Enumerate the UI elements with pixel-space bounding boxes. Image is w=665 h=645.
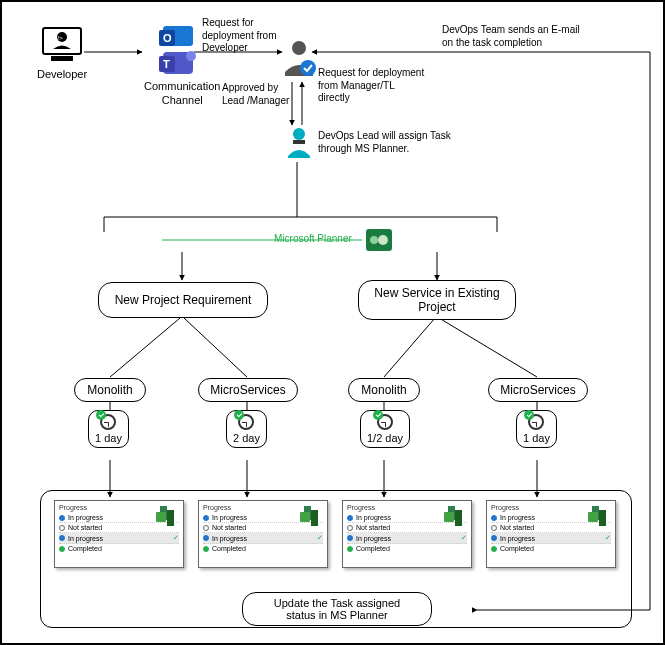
svg-point-10: [186, 51, 196, 61]
svg-point-16: [370, 236, 378, 244]
label-req-mgr: Request for deployment from Manager/TL d…: [318, 67, 424, 105]
node-new-service-text: New Service in Existing Project: [374, 286, 499, 314]
devops-lead-icon: [284, 126, 314, 160]
progress-card-1: Progress In progress Not started In prog…: [54, 500, 184, 568]
progress-opt: In progress: [500, 535, 535, 542]
node-monolith-2: Monolith: [348, 378, 420, 402]
progress-card-4: Progress In progress Not started In prog…: [486, 500, 616, 568]
progress-opt: In progress: [68, 514, 103, 521]
planner-icon: [300, 504, 324, 528]
progress-opt: In progress: [212, 535, 247, 542]
progress-opt: Not started: [68, 524, 102, 531]
progress-opt: Completed: [500, 545, 534, 552]
duration-4: 1 day: [516, 410, 557, 448]
svg-rect-14: [293, 140, 305, 144]
comm-channel-icon: O T: [157, 24, 207, 80]
progress-card-2: Progress In progress Not started In prog…: [198, 500, 328, 568]
label-email: DevOps Team sends an E-mail on the task …: [442, 24, 580, 49]
label-msplanner: Microsoft Planner: [274, 233, 352, 246]
progress-opt: In progress: [356, 514, 391, 521]
svg-text:</>: </>: [54, 35, 63, 41]
developer-icon: </>: [39, 22, 85, 68]
node-micro-2: MicroServices: [488, 378, 588, 402]
duration-3: 1/2 day: [360, 410, 410, 448]
duration-1-text: 1 day: [95, 432, 122, 444]
progress-opt: In progress: [68, 535, 103, 542]
node-new-project: New Project Requirement: [98, 282, 268, 318]
planner-badge-icon: [366, 229, 392, 251]
node-new-project-text: New Project Requirement: [115, 293, 252, 307]
planner-badge: [366, 229, 392, 251]
planner-icon: [444, 504, 468, 528]
duration-2: 2 day: [226, 410, 267, 448]
label-lead-assign: DevOps Lead will assign Task through MS …: [318, 130, 451, 155]
svg-point-12: [300, 60, 316, 76]
svg-point-17: [378, 235, 388, 245]
progress-opt: In progress: [500, 514, 535, 521]
progress-card-3: Progress In progress Not started In prog…: [342, 500, 472, 568]
progress-opt: Completed: [68, 545, 102, 552]
developer-actor: </> Developer: [37, 22, 87, 82]
duration-2-text: 2 day: [233, 432, 260, 444]
node-micro-1: MicroServices: [198, 378, 298, 402]
check-icon: [373, 410, 383, 420]
node-update-status: Update the Task assigned status in MS Pl…: [242, 592, 432, 626]
svg-text:T: T: [163, 58, 170, 70]
svg-point-13: [293, 128, 305, 140]
label-req-dev: Request for deployment from Developer: [202, 17, 276, 55]
manager-icon: [280, 38, 318, 80]
label-approved: Approved by Lead /Manager: [222, 82, 289, 107]
progress-opt: In progress: [356, 535, 391, 542]
progress-opt: Not started: [212, 524, 246, 531]
progress-opt: Completed: [212, 545, 246, 552]
node-micro-2-text: MicroServices: [500, 383, 575, 397]
duration-3-text: 1/2 day: [367, 432, 403, 444]
progress-opt: Not started: [356, 524, 390, 531]
node-new-service: New Service in Existing Project: [358, 280, 516, 320]
node-update-status-text: Update the Task assigned status in MS Pl…: [274, 597, 400, 621]
duration-4-text: 1 day: [523, 432, 550, 444]
node-micro-1-text: MicroServices: [210, 383, 285, 397]
progress-opt: Not started: [500, 524, 534, 531]
diagram-canvas: </> Developer O T Communication Channel …: [0, 0, 665, 645]
node-monolith-1-text: Monolith: [87, 383, 132, 397]
developer-label: Developer: [37, 68, 87, 82]
progress-opt: Completed: [356, 545, 390, 552]
svg-point-11: [292, 41, 306, 55]
progress-opt: In progress: [212, 514, 247, 521]
planner-icon: [588, 504, 612, 528]
node-monolith-2-text: Monolith: [361, 383, 406, 397]
svg-text:O: O: [163, 32, 172, 44]
planner-icon: [156, 504, 180, 528]
duration-1: 1 day: [88, 410, 129, 448]
svg-rect-1: [51, 56, 73, 61]
comm-channel-label: Communication Channel: [144, 80, 220, 108]
manager-actor: [280, 38, 318, 80]
node-monolith-1: Monolith: [74, 378, 146, 402]
devops-lead-actor: [284, 126, 314, 160]
